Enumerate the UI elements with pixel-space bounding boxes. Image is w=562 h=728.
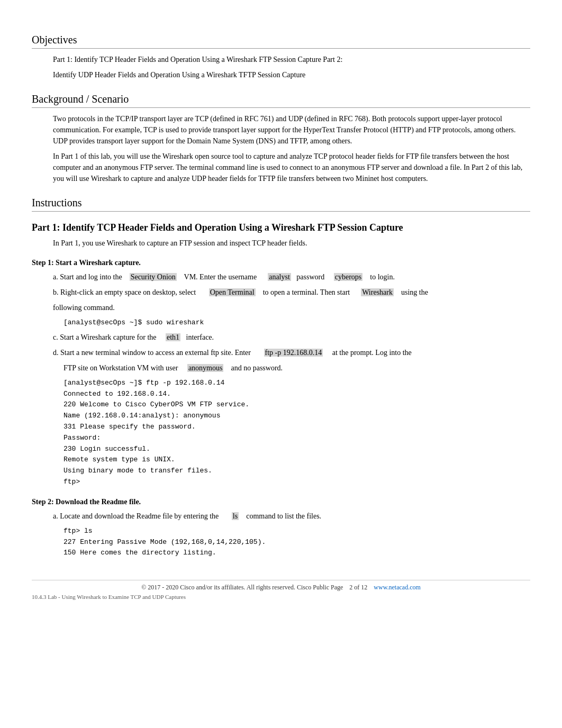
step1a-cyberops: cyberops <box>334 273 363 281</box>
code-line: 150 Here comes the directory listing. <box>64 548 530 559</box>
code-line: ftp> ls <box>64 526 530 537</box>
footer-copyright: © 2017 - 2020 Cisco and/or its affiliate… <box>141 584 343 591</box>
step1c-text: c. Start a Wireshark capture for the <box>53 333 156 341</box>
step1d-text3: FTP site on Workstation VM with user <box>64 364 178 372</box>
step1d-ftp-cmd: ftp -p 192.168.0.14 <box>264 349 323 357</box>
code-line: Name (192.168.0.14:analyst): anonymous <box>64 411 530 422</box>
footer: © 2017 - 2020 Cisco and/or its affiliate… <box>32 580 530 592</box>
step1d-text: d. Start a new terminal window to access… <box>53 349 251 357</box>
code-line: 227 Entering Passive Mode (192,168,0,14,… <box>64 537 530 548</box>
step1b-using-the: using the <box>401 288 428 296</box>
step1b-code: [analyst@secOps ~]$ sudo wireshark <box>64 317 530 329</box>
step2a-text2: command to list the files. <box>246 512 321 520</box>
objectives-heading: Objectives <box>32 34 530 49</box>
step1d-code: [analyst@secOps ~]$ ftp -p 192.168.0.14C… <box>64 378 530 488</box>
step1a: a. Start and log into the Security Onion… <box>53 271 530 283</box>
step1a-to-login: to login. <box>370 273 395 281</box>
step1d: d. Start a new terminal window to access… <box>53 347 530 358</box>
background-heading: Background / Scenario <box>32 93 530 108</box>
step1b-open-terminal: Open Terminal <box>209 288 256 296</box>
step1a-text-before: a. Start and log into the <box>53 273 122 281</box>
step2a: a. Locate and download the Readme file b… <box>53 511 530 522</box>
objectives-part2: Identify UDP Header Fields and Operation… <box>53 69 530 80</box>
code-line: 331 Please specify the password. <box>64 422 530 433</box>
part1-intro: In Part 1, you use Wireshark to capture … <box>53 238 530 249</box>
step2-heading: Step 2: Download the Readme file. <box>32 496 530 507</box>
step1c: c. Start a Wireshark capture for the eth… <box>53 332 530 343</box>
step1c-eth1: eth1 <box>166 333 180 341</box>
step1b-text: b. Right-click an empty space on desktop… <box>53 288 196 296</box>
step2a-text: a. Locate and download the Readme file b… <box>53 512 219 520</box>
code-line: [analyst@secOps ~]$ ftp -p 192.168.0.14 <box>64 378 530 389</box>
step1d-anonymous: anonymous <box>187 364 224 372</box>
code-line: Using binary mode to transfer files. <box>64 466 530 477</box>
code-line: 230 Login successful. <box>64 444 530 455</box>
step1a-analyst: analyst <box>268 273 291 281</box>
step1-heading: Step 1: Start a Wireshark capture. <box>32 257 530 268</box>
step1a-text-after: VM. Enter the username <box>184 273 257 281</box>
code-line: Password: <box>64 433 530 444</box>
step1b-text2: to open a terminal. Then start <box>263 288 350 296</box>
step1d-ftp-site: FTP site on Workstation VM with user ano… <box>64 362 530 374</box>
code-line: Remote system type is UNIX. <box>64 454 530 466</box>
step1a-security-onion: Security Onion <box>130 273 177 281</box>
step2a-ls: ls <box>232 512 239 520</box>
step1b-following: following command. <box>53 302 530 313</box>
step1d-text2: at the prompt. Log into the <box>332 349 412 357</box>
footer-page: 2 of 12 <box>349 584 367 591</box>
background-para2: In Part 1 of this lab, you will use the … <box>53 151 530 184</box>
code-line: 220 Welcome to Cisco CyberOPS VM FTP ser… <box>64 399 530 411</box>
footer-lab-title: 10.4.3 Lab - Using Wireshark to Examine … <box>32 594 530 600</box>
instructions-heading: Instructions <box>32 197 530 212</box>
code-line: ftp> <box>64 477 530 488</box>
code-line: Connected to 192.168.0.14. <box>64 389 530 400</box>
background-para1: Two protocols in the TCP/IP transport la… <box>53 113 530 147</box>
part1-heading: Part 1: Identify TCP Header Fields and O… <box>32 222 530 233</box>
objectives-part1: Part 1: Identify TCP Header Fields and O… <box>53 54 530 65</box>
step2a-code: ftp> ls227 Entering Passive Mode (192,16… <box>64 526 530 559</box>
step1d-text4: and no password. <box>231 364 283 372</box>
step1a-password: password <box>296 273 324 281</box>
footer-link[interactable]: www.netacad.com <box>374 584 421 591</box>
step1c-text2: interface. <box>186 333 214 341</box>
step1b-wireshark: Wireshark <box>361 288 394 296</box>
step1b: b. Right-click an empty space on desktop… <box>53 287 530 298</box>
